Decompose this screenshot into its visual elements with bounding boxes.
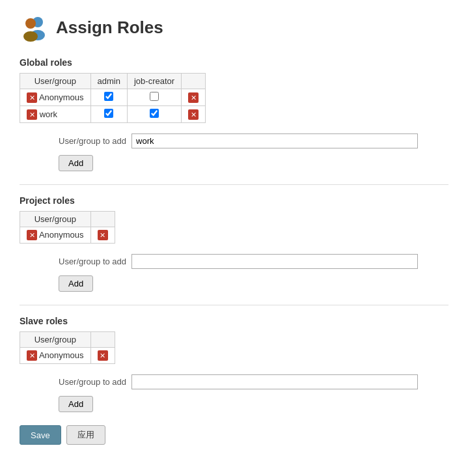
- table-row: ✕ Anonymous ✕: [20, 348, 115, 364]
- global-add-button[interactable]: Add: [59, 155, 93, 171]
- page-header: Assign Roles: [20, 13, 448, 42]
- slave-add-row: User/group to add: [59, 374, 448, 389]
- page-container: Assign Roles Global roles User/group adm…: [0, 0, 468, 464]
- divider-2: [20, 305, 448, 305]
- delete-anonymous-global-btn[interactable]: ✕: [27, 92, 37, 103]
- delete-anonymous-global-btn2[interactable]: ✕: [188, 92, 199, 103]
- project-roles-title: Project roles: [20, 195, 448, 206]
- svg-point-2: [25, 18, 36, 29]
- delete-anonymous-slave-btn[interactable]: ✕: [27, 350, 37, 361]
- slave-roles-title: Slave roles: [20, 316, 448, 326]
- delete-work-btn2[interactable]: ✕: [188, 109, 199, 120]
- row-name: Anonymous: [39, 230, 84, 240]
- col-header-delete-project: [90, 212, 115, 227]
- delete-anonymous-slave-btn2[interactable]: ✕: [98, 350, 108, 361]
- divider-1: [20, 184, 448, 185]
- work-admin-checkbox[interactable]: [104, 109, 113, 118]
- row-name: Anonymous: [39, 350, 84, 360]
- project-add-button[interactable]: Add: [59, 275, 93, 292]
- slave-add-input[interactable]: [131, 374, 418, 389]
- col-header-admin-global: admin: [90, 74, 127, 89]
- row-name: Anonymous: [39, 92, 84, 102]
- assign-roles-icon: [20, 13, 48, 42]
- global-add-btn-row: Add: [59, 155, 448, 171]
- table-row: ✕ work ✕: [20, 106, 206, 123]
- col-header-usergroup-global: User/group: [20, 74, 91, 89]
- slave-roles-section: Slave roles User/group ✕ Anonymous ✕: [20, 316, 448, 412]
- project-roles-section: Project roles User/group ✕ Anonymous ✕: [20, 195, 448, 292]
- global-roles-table: User/group admin job-creator ✕ Anonymous…: [20, 73, 206, 123]
- col-header-delete-slave: [90, 332, 115, 348]
- table-row: ✕ Anonymous ✕: [20, 227, 115, 244]
- project-add-row: User/group to add: [59, 254, 448, 269]
- global-add-label: User/group to add: [59, 136, 126, 146]
- slave-add-btn-row: Add: [59, 396, 448, 412]
- project-add-label: User/group to add: [59, 257, 126, 266]
- project-add-btn-row: Add: [59, 275, 448, 292]
- save-button[interactable]: Save: [20, 425, 61, 445]
- slave-add-button[interactable]: Add: [59, 396, 93, 412]
- global-roles-section: Global roles User/group admin job-creato…: [20, 57, 448, 171]
- col-header-jobcreator-global: job-creator: [127, 74, 181, 89]
- global-add-row: User/group to add: [59, 133, 448, 148]
- apply-button[interactable]: 应用: [66, 425, 105, 445]
- delete-anonymous-project-btn2[interactable]: ✕: [98, 230, 108, 240]
- delete-anonymous-project-btn[interactable]: ✕: [27, 230, 37, 240]
- project-add-input[interactable]: [131, 254, 418, 269]
- slave-roles-table: User/group ✕ Anonymous ✕: [20, 331, 115, 364]
- global-add-input[interactable]: [131, 133, 418, 148]
- bottom-buttons: Save 应用: [20, 425, 448, 445]
- row-name: work: [40, 109, 57, 119]
- anonymous-jobcreator-checkbox[interactable]: [150, 92, 159, 101]
- col-header-usergroup-slave: User/group: [20, 332, 91, 348]
- col-header-usergroup-project: User/group: [20, 212, 91, 227]
- col-header-delete-global: [182, 74, 206, 89]
- page-title: Assign Roles: [56, 18, 163, 38]
- anonymous-admin-checkbox[interactable]: [104, 92, 113, 101]
- work-jobcreator-checkbox[interactable]: [150, 109, 159, 118]
- project-roles-table: User/group ✕ Anonymous ✕: [20, 211, 115, 244]
- delete-work-btn[interactable]: ✕: [27, 109, 37, 120]
- global-roles-title: Global roles: [20, 57, 448, 68]
- svg-point-3: [23, 31, 38, 42]
- slave-add-label: User/group to add: [59, 377, 126, 387]
- table-row: ✕ Anonymous ✕: [20, 89, 206, 106]
